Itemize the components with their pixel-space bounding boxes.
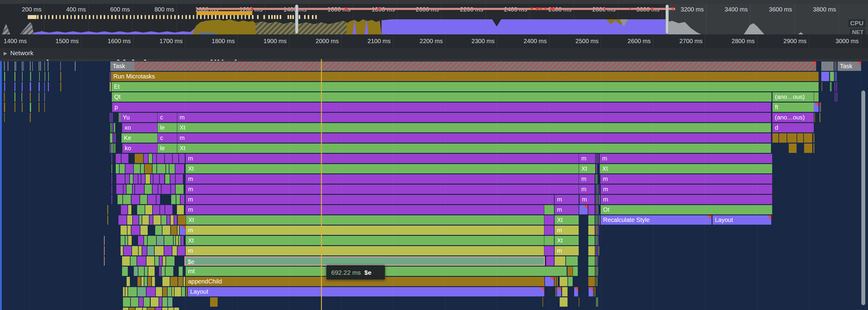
flame-bar-m[interactable]: m	[601, 185, 772, 194]
mosaic-bar[interactable]	[153, 215, 160, 225]
flame-sliver[interactable]	[38, 103, 39, 112]
mosaic-bar[interactable]	[141, 164, 144, 173]
flame-sliver[interactable]	[598, 236, 598, 245]
overview-window-handle[interactable]	[295, 4, 299, 34]
mosaic-bar[interactable]	[127, 215, 132, 225]
mosaic-bar[interactable]	[169, 164, 175, 173]
mosaic-bar[interactable]	[155, 308, 161, 310]
flame-bar-task[interactable]: Task	[838, 61, 861, 71]
flame-bar-xt[interactable]: Xt	[186, 164, 579, 173]
flame-bar[interactable]	[835, 72, 835, 81]
flame-bar-m[interactable]: m	[186, 185, 579, 194]
mosaic-bar[interactable]	[144, 154, 148, 163]
flame-sliver[interactable]	[104, 256, 104, 266]
mosaic-bar[interactable]	[137, 205, 145, 215]
mosaic-bar[interactable]	[165, 174, 170, 184]
mosaic-bar[interactable]	[157, 154, 164, 163]
mosaic-bar[interactable]	[123, 195, 131, 204]
flame-bar[interactable]	[804, 133, 812, 143]
mosaic-bar[interactable]	[134, 266, 138, 276]
flame-sliver[interactable]	[38, 92, 39, 102]
mosaic-bar[interactable]	[123, 308, 128, 310]
mosaic-bar[interactable]	[151, 297, 159, 307]
flame-bar[interactable]	[557, 277, 558, 286]
mosaic-bar[interactable]	[178, 226, 179, 235]
flame-bar[interactable]	[813, 144, 814, 153]
flame-bar[interactable]	[546, 256, 554, 266]
flame-bar[interactable]	[836, 61, 836, 71]
mosaic-bar[interactable]	[153, 154, 156, 163]
flame-bar-ko[interactable]: ko	[122, 144, 157, 153]
flame-sliver[interactable]	[4, 113, 5, 122]
flame-sliver[interactable]	[30, 72, 31, 81]
mosaic-bar[interactable]	[168, 297, 173, 307]
mosaic-bar[interactable]	[156, 287, 162, 297]
flame-sliver[interactable]	[594, 226, 595, 235]
mosaic-bar[interactable]	[121, 154, 128, 163]
flame-sliver[interactable]	[112, 164, 112, 173]
mosaic-bar[interactable]	[144, 236, 147, 245]
flame-sliver[interactable]	[30, 113, 31, 122]
flame-bar[interactable]	[544, 205, 554, 215]
disclosure-triangle-icon[interactable]: ▶	[4, 51, 7, 56]
flame-bar[interactable]	[835, 82, 835, 91]
flame-bar-le[interactable]: le	[158, 123, 177, 132]
mosaic-bar[interactable]	[177, 205, 184, 215]
flame-bar-layout[interactable]: Layout	[712, 215, 771, 225]
flame-bar-m[interactable]: m	[555, 205, 579, 215]
mosaic-bar[interactable]	[135, 308, 142, 310]
flame-sliver[interactable]	[14, 72, 16, 81]
mosaic-bar[interactable]	[176, 164, 184, 173]
flame-bar[interactable]	[178, 215, 186, 225]
mosaic-bar[interactable]	[153, 185, 158, 194]
mosaic-bar[interactable]	[148, 266, 155, 276]
mosaic-bar[interactable]	[167, 287, 171, 297]
mosaic-bar[interactable]	[122, 266, 128, 276]
flame-bar-le[interactable]: le	[158, 144, 177, 153]
flame-bar-m[interactable]: m	[186, 246, 544, 255]
mosaic-bar[interactable]	[145, 164, 152, 173]
flame-sliver[interactable]	[14, 61, 16, 71]
mosaic-bar[interactable]	[144, 277, 147, 286]
flame-bar[interactable]	[830, 82, 831, 91]
flame-sliver[interactable]	[115, 133, 116, 143]
overview-window-handle[interactable]	[665, 4, 669, 34]
flame-sliver[interactable]	[597, 277, 597, 286]
flame-sliver[interactable]	[112, 185, 112, 194]
flame-sliver[interactable]	[597, 256, 598, 266]
flame-bar[interactable]	[830, 72, 834, 81]
mosaic-bar[interactable]	[116, 174, 125, 184]
flame-sliver[interactable]	[22, 92, 22, 102]
flame-sliver[interactable]	[114, 133, 115, 143]
mosaic-bar[interactable]	[159, 256, 162, 266]
flame-bar[interactable]	[821, 72, 829, 81]
mosaic-bar[interactable]	[164, 246, 172, 255]
mosaic-bar[interactable]	[170, 277, 178, 286]
flame-bar-et[interactable]: Et	[112, 82, 818, 91]
flame-sliver[interactable]	[596, 256, 597, 266]
flame-sliver[interactable]	[38, 82, 40, 91]
flame-sliver[interactable]	[110, 82, 111, 91]
mosaic-bar[interactable]	[157, 164, 165, 173]
flame-sliver[interactable]	[14, 92, 16, 102]
flame-sliver[interactable]	[60, 72, 61, 81]
flame-bar-task[interactable]: Task	[110, 61, 134, 71]
mosaic-bar[interactable]	[162, 308, 168, 310]
flame-sliver[interactable]	[112, 113, 113, 122]
flame-sliver[interactable]	[596, 297, 597, 307]
flame-bar-m[interactable]: m	[177, 113, 771, 122]
flame-sliver[interactable]	[597, 205, 597, 215]
mosaic-bar[interactable]	[120, 164, 125, 173]
mosaic-bar[interactable]	[146, 174, 150, 184]
mosaic-bar[interactable]	[134, 164, 140, 173]
flame-sliver[interactable]	[579, 297, 579, 307]
mosaic-bar[interactable]	[172, 287, 174, 297]
flame-bar[interactable]	[574, 287, 578, 297]
flame-sliver[interactable]	[595, 215, 596, 225]
flame-sliver[interactable]	[14, 82, 16, 91]
flame-bar-m[interactable]: m	[579, 174, 595, 184]
mosaic-bar[interactable]	[148, 195, 156, 204]
flame-sliver[interactable]	[598, 154, 599, 163]
flame-sliver[interactable]	[598, 226, 599, 235]
flame-sliver[interactable]	[597, 174, 597, 184]
